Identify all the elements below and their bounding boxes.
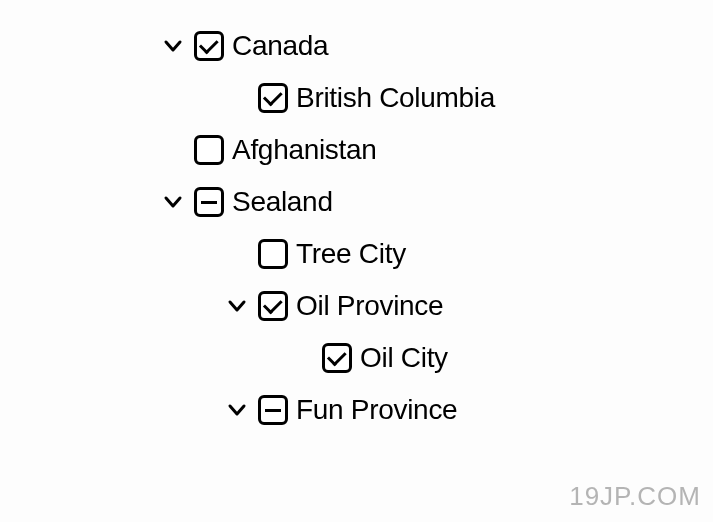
chevron-spacer <box>288 345 314 371</box>
tree-node-label[interactable]: Sealand <box>232 186 333 218</box>
tree-node-label[interactable]: Oil City <box>360 342 448 374</box>
chevron-spacer <box>224 241 250 267</box>
tree-node-label[interactable]: Afghanistan <box>232 134 377 166</box>
tree-node: Sealand <box>0 176 713 228</box>
checkbox-unchecked[interactable] <box>258 239 288 269</box>
tree-node: Oil City <box>0 332 713 384</box>
checkbox-checked[interactable] <box>258 291 288 321</box>
chevron-down-icon[interactable] <box>160 33 186 59</box>
tree-view: Canada British Columbia Afghanistan Seal… <box>0 20 713 436</box>
checkbox-checked[interactable] <box>258 83 288 113</box>
tree-node-label[interactable]: Tree City <box>296 238 406 270</box>
tree-node: Afghanistan <box>0 124 713 176</box>
tree-node-label[interactable]: Canada <box>232 30 328 62</box>
checkbox-unchecked[interactable] <box>194 135 224 165</box>
chevron-down-icon[interactable] <box>224 397 250 423</box>
tree-node: Tree City <box>0 228 713 280</box>
tree-node-label[interactable]: British Columbia <box>296 82 495 114</box>
checkbox-checked[interactable] <box>322 343 352 373</box>
checkbox-indeterminate[interactable] <box>258 395 288 425</box>
tree-node: Fun Province <box>0 384 713 436</box>
checkbox-checked[interactable] <box>194 31 224 61</box>
tree-node-label[interactable]: Fun Province <box>296 394 457 426</box>
chevron-spacer <box>224 85 250 111</box>
chevron-spacer <box>160 137 186 163</box>
chevron-down-icon[interactable] <box>160 189 186 215</box>
checkbox-indeterminate[interactable] <box>194 187 224 217</box>
tree-node-label[interactable]: Oil Province <box>296 290 443 322</box>
tree-node: Oil Province <box>0 280 713 332</box>
tree-node: British Columbia <box>0 72 713 124</box>
watermark: 19JP.COM <box>569 481 701 512</box>
chevron-down-icon[interactable] <box>224 293 250 319</box>
tree-node: Canada <box>0 20 713 72</box>
